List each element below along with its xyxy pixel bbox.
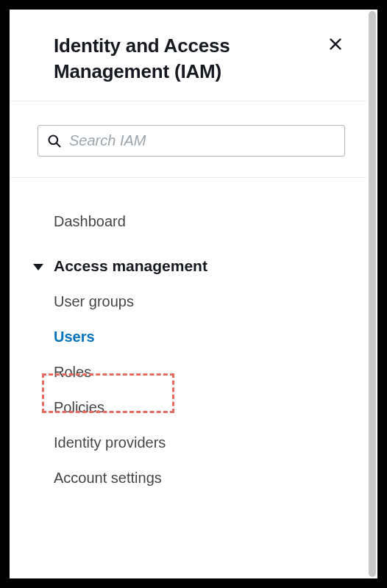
nav-item-roles[interactable]: Roles (10, 354, 367, 390)
svg-line-1 (57, 143, 60, 147)
panel-header: Identity and Access Management (IAM) (10, 10, 367, 101)
nav-item-users[interactable]: Users (10, 319, 367, 354)
nav-item-identity-providers[interactable]: Identity providers (10, 425, 367, 460)
iam-sidebar-panel-frame: Identity and Access Management (IAM) Das… (10, 10, 377, 578)
close-button[interactable] (327, 36, 344, 52)
scrollbar-thumb[interactable] (369, 11, 376, 577)
nav-item-account-settings[interactable]: Account settings (10, 460, 367, 495)
caret-down-icon (33, 264, 43, 270)
close-icon (327, 36, 344, 52)
nav-list: Dashboard Access management User groups … (10, 178, 367, 510)
search-input[interactable] (69, 132, 335, 149)
scrollbar-track[interactable] (367, 10, 377, 578)
panel-title: Identity and Access Management (IAM) (54, 33, 327, 85)
search-box[interactable] (38, 125, 345, 157)
search-icon (47, 134, 62, 148)
iam-sidebar-panel: Identity and Access Management (IAM) Das… (10, 10, 367, 578)
nav-item-policies[interactable]: Policies (10, 390, 367, 425)
nav-item-dashboard[interactable]: Dashboard (10, 204, 367, 238)
section-header-access-management[interactable]: Access management (10, 238, 367, 284)
search-area (10, 101, 367, 178)
section-title: Access management (54, 257, 207, 275)
nav-item-user-groups[interactable]: User groups (10, 284, 367, 319)
